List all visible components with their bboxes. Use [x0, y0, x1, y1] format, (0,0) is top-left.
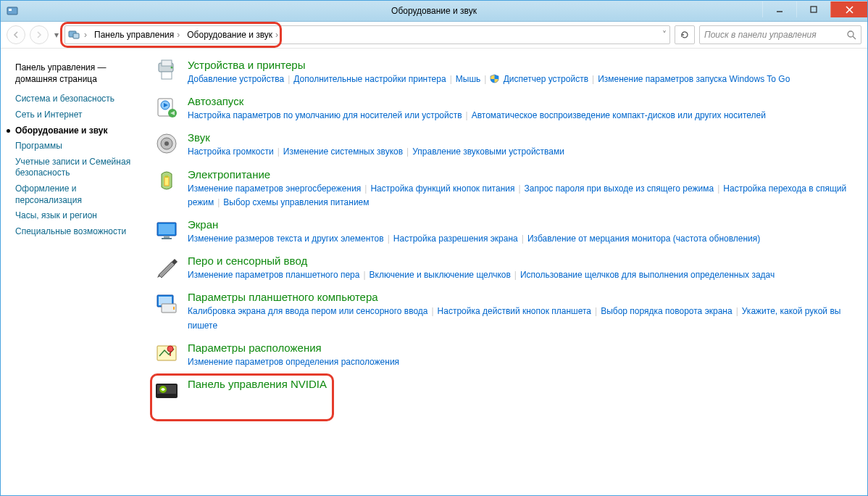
svg-rect-11	[162, 60, 172, 66]
titlebar: Оборудование и звук	[1, 1, 867, 22]
task-link-4-0[interactable]: Изменение размеров текста и других элеме…	[188, 233, 384, 244]
control-panel-icon	[7, 5, 18, 17]
sidebar-item-7[interactable]: Специальные возможности	[15, 226, 138, 238]
refresh-button[interactable]	[675, 25, 695, 44]
category-title-5[interactable]: Перо и сенсорный ввод	[188, 255, 853, 267]
category-title-6[interactable]: Параметры планшетного компьютера	[188, 291, 853, 303]
svg-rect-7	[73, 33, 79, 38]
main-panel: Устройства и принтерыДобавление устройст…	[146, 49, 867, 495]
category-5: Перо и сенсорный вводИзменение параметро…	[154, 255, 853, 282]
minimize-button[interactable]	[762, 1, 796, 17]
sidebar-item-5[interactable]: Оформление и персонализация	[15, 183, 138, 206]
breadcrumb-seg-2[interactable]: Оборудование и звук›	[184, 30, 283, 40]
category-6: Параметры планшетного компьютераКалибров…	[154, 291, 853, 332]
task-link-0-1[interactable]: Дополнительные настройки принтера	[293, 74, 446, 84]
window-frame: Оборудование и звук ▾ › Панель управлени…	[0, 0, 868, 496]
search-box[interactable]: Поиск в панели управления	[699, 25, 861, 44]
task-link-0-0[interactable]: Добавление устройства	[188, 74, 284, 84]
address-bar[interactable]: › Панель управления› Оборудование и звук…	[64, 25, 670, 44]
speaker-icon	[154, 131, 179, 156]
address-dropdown-icon[interactable]: ˅	[662, 30, 667, 40]
task-link-2-0[interactable]: Настройка громкости	[188, 146, 274, 157]
svg-rect-21	[165, 175, 168, 178]
category-3: ЭлектропитаниеИзменение параметров энерг…	[154, 168, 853, 210]
svg-rect-3	[811, 7, 817, 12]
task-link-5-0[interactable]: Изменение параметров планшетного пера	[188, 270, 359, 280]
control-panel-small-icon	[68, 29, 80, 41]
category-1: АвтозапускНастройка параметров по умолча…	[154, 95, 853, 123]
breadcrumb-sep-root[interactable]: ›	[80, 30, 91, 40]
maximize-button[interactable]	[796, 1, 830, 17]
task-link-1-1[interactable]: Автоматическое воспроизведение компакт-д…	[472, 110, 766, 120]
task-link-0-2[interactable]: Мышь	[456, 74, 481, 84]
toolbar: ▾ › Панель управления› Оборудование и зв…	[1, 22, 867, 49]
task-link-3-0[interactable]: Изменение параметров энергосбережения	[188, 183, 361, 194]
task-link-6-2[interactable]: Выбор порядка поворота экрана	[601, 306, 732, 316]
task-link-6-0[interactable]: Калибровка экрана для ввода пером или се…	[188, 306, 427, 316]
task-link-4-1[interactable]: Настройка разрешения экрана	[393, 233, 518, 244]
category-title-1[interactable]: Автозапуск	[188, 95, 853, 107]
task-link-4-2[interactable]: Избавление от мерцания монитора (частота…	[527, 233, 760, 244]
sidebar-item-1[interactable]: Сеть и Интернет	[15, 109, 138, 121]
task-link-0-4[interactable]: Изменение параметров запуска Windows To …	[598, 74, 790, 84]
uac-shield-icon	[490, 74, 499, 83]
printer-icon	[154, 59, 179, 83]
svg-point-31	[167, 346, 173, 352]
category-links-4: Изменение размеров текста и других элеме…	[188, 232, 853, 246]
category-4: ЭкранИзменение размеров текста и других …	[154, 218, 853, 246]
task-link-1-0[interactable]: Настройка параметров по умолчанию для но…	[188, 110, 462, 120]
category-title-8[interactable]: Панель управления NVIDIA	[188, 378, 327, 390]
task-link-2-1[interactable]: Изменение системных звуков	[283, 146, 403, 157]
sidebar: Панель управления — домашняя страница Си…	[1, 49, 146, 495]
task-link-6-1[interactable]: Настройка действий кнопок планшета	[438, 306, 591, 316]
sidebar-item-6[interactable]: Часы, язык и регион	[15, 210, 138, 222]
category-links-5: Изменение параметров планшетного пера|Вк…	[188, 268, 853, 282]
sidebar-item-0[interactable]: Система и безопасность	[15, 94, 138, 105]
svg-line-9	[853, 36, 856, 39]
category-title-7[interactable]: Параметры расположения	[188, 342, 853, 354]
monitor-icon	[154, 218, 179, 243]
sidebar-home[interactable]: Панель управления — домашняя страница	[15, 62, 138, 85]
search-placeholder: Поиск в панели управления	[704, 30, 847, 40]
close-button[interactable]	[830, 1, 867, 17]
sidebar-item-2[interactable]: Оборудование и звук	[15, 125, 138, 137]
pen-icon	[154, 255, 179, 279]
svg-rect-1	[9, 9, 12, 11]
task-link-0-3[interactable]: Диспетчер устройств	[490, 74, 588, 84]
task-link-5-2[interactable]: Использование щелчков для выполнения опр…	[520, 270, 775, 280]
autoplay-icon	[154, 95, 179, 120]
content-body: Панель управления — домашняя страница Си…	[1, 49, 867, 495]
svg-rect-25	[162, 238, 172, 239]
category-title-3[interactable]: Электропитание	[188, 168, 853, 181]
svg-point-19	[164, 141, 169, 146]
task-link-3-4[interactable]: Выбор схемы управления питанием	[223, 197, 369, 207]
task-link-5-1[interactable]: Включение и выключение щелчков	[370, 270, 511, 280]
svg-rect-24	[164, 236, 170, 238]
category-links-2: Настройка громкости|Изменение системных …	[188, 145, 853, 159]
search-icon	[847, 30, 856, 40]
category-title-0[interactable]: Устройства и принтеры	[188, 59, 853, 71]
window-title: Оборудование и звук	[391, 6, 477, 16]
svg-rect-12	[162, 72, 172, 79]
sidebar-item-3[interactable]: Программы	[15, 141, 138, 152]
category-7: Параметры расположенияИзменение параметр…	[154, 342, 853, 369]
category-0: Устройства и принтерыДобавление устройст…	[154, 59, 853, 86]
sidebar-item-4[interactable]: Учетные записи и Семейная безопасность	[15, 157, 138, 179]
svg-point-8	[848, 31, 854, 37]
category-title-2[interactable]: Звук	[188, 131, 853, 144]
category-links-7: Изменение параметров определения располо…	[188, 355, 853, 369]
back-button[interactable]	[7, 25, 25, 44]
category-links-6: Калибровка экрана для ввода пером или се…	[188, 305, 853, 332]
task-link-3-2[interactable]: Запрос пароля при выходе из спящего режи…	[525, 183, 714, 194]
forward-button[interactable]	[30, 25, 49, 44]
window-controls	[762, 1, 867, 17]
category-title-4[interactable]: Экран	[188, 218, 853, 231]
svg-rect-29	[173, 307, 175, 310]
category-links-1: Настройка параметров по умолчанию для но…	[188, 109, 853, 123]
task-link-3-1[interactable]: Настройка функций кнопок питания	[370, 183, 514, 194]
task-link-7-0[interactable]: Изменение параметров определения располо…	[188, 357, 399, 367]
category-8: Панель управления NVIDIA	[154, 378, 327, 402]
recent-locations-dropdown[interactable]: ▾	[54, 30, 59, 40]
task-link-2-2[interactable]: Управление звуковыми устройствами	[412, 146, 564, 157]
breadcrumb-seg-1[interactable]: Панель управления›	[91, 30, 184, 40]
